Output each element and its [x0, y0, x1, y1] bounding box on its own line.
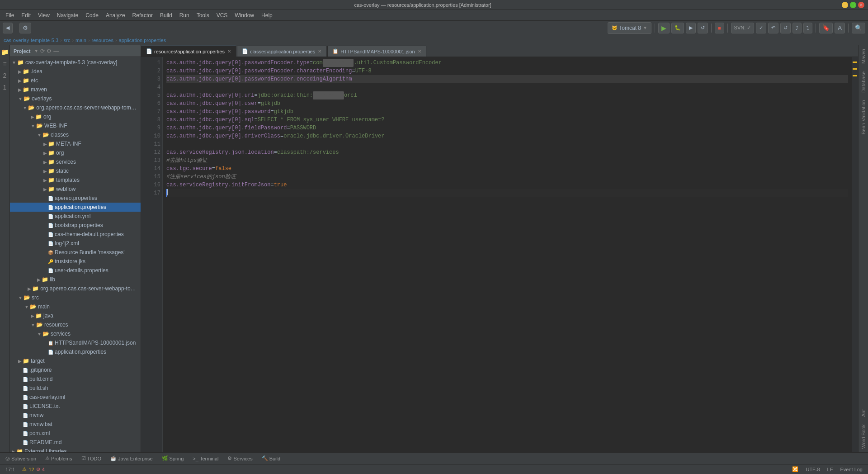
tree-item-38[interactable]: 📄LICENSE.txt	[10, 402, 141, 411]
tree-item-32[interactable]: 📄application.properties	[10, 347, 141, 356]
right-panel-maven[interactable]: Maven	[859, 45, 868, 67]
tree-item-26[interactable]: ▼📂src	[10, 293, 141, 302]
tree-item-1[interactable]: ▶📁.idea	[10, 67, 141, 76]
stop-button[interactable]: ■	[715, 23, 724, 33]
translate-button[interactable]: A	[835, 23, 845, 33]
sync-icon[interactable]: ⟳	[40, 48, 45, 54]
menu-tools[interactable]: Tools	[193, 11, 213, 19]
right-panel-database[interactable]: Database	[859, 68, 868, 96]
right-panel-ant[interactable]: Ant	[859, 406, 868, 421]
tab-close-2[interactable]: ✕	[318, 49, 321, 54]
menu-analyze[interactable]: Analyze	[102, 11, 129, 19]
tree-item-25[interactable]: ▶📁org.apereo.cas.cas-server-webapp-tomca…	[10, 284, 141, 293]
tab-application-properties[interactable]: 📄 resources\application.properties ✕	[141, 46, 236, 57]
tree-item-30[interactable]: ▼📂services	[10, 329, 141, 338]
status-svn[interactable]: 🔀	[790, 466, 800, 472]
tree-item-7[interactable]: ▼📂WEB-INF	[10, 121, 141, 130]
menu-help[interactable]: Help	[258, 11, 276, 19]
vcs-btn4[interactable]: ⤴	[793, 23, 802, 33]
vcs-btn5[interactable]: ⤵	[803, 23, 812, 33]
tab-json[interactable]: 📋 HTTPSandIMAPS-10000001.json ✕	[327, 46, 426, 57]
tree-item-5[interactable]: ▼📂org.apereo.cas.cas-server-webapp-tomca…	[10, 103, 141, 112]
tree-item-19[interactable]: 📄cas-theme-default.properties	[10, 230, 141, 239]
tree-item-20[interactable]: 📄log4j2.xml	[10, 239, 141, 248]
close-button[interactable]: ✕	[858, 2, 864, 8]
tree-item-29[interactable]: ▼📂resources	[10, 320, 141, 329]
left-icon-4[interactable]: 1	[2, 82, 8, 92]
project-dropdown-icon[interactable]: ▼	[34, 48, 38, 53]
tree-item-28[interactable]: ▶📁java	[10, 311, 141, 320]
tree-item-2[interactable]: ▶📁etc	[10, 76, 141, 85]
coverage-button[interactable]: ▶	[686, 23, 696, 33]
status-encoding[interactable]: UTF-8	[804, 467, 821, 472]
tree-item-42[interactable]: 📄README.md	[10, 438, 141, 447]
tab-close-1[interactable]: ✕	[227, 49, 231, 54]
status-event-log[interactable]: Event Log	[838, 467, 864, 472]
status-warnings[interactable]: ⚠ 12 ⊘ 4	[20, 466, 46, 472]
tomcat-selector[interactable]: 🐱 Tomcat 8 ▼	[608, 22, 651, 34]
tree-item-36[interactable]: 📄build.sh	[10, 384, 141, 393]
tree-item-37[interactable]: 📄cas-overlay.iml	[10, 393, 141, 402]
menu-run[interactable]: Run	[176, 11, 193, 19]
run-button[interactable]: ▶	[658, 23, 670, 33]
tree-item-21[interactable]: 📦Resource Bundle 'messages'	[10, 248, 141, 257]
tree-item-12[interactable]: ▶📁static	[10, 166, 141, 175]
tree-item-13[interactable]: ▶📁templates	[10, 175, 141, 185]
bottom-tab-todo[interactable]: ☑ TODO	[78, 454, 105, 463]
menu-vcs[interactable]: VCS	[213, 11, 231, 19]
menu-code[interactable]: Code	[82, 11, 102, 19]
bottom-tab-subversion[interactable]: ◎ Subversion	[2, 454, 40, 463]
tree-item-34[interactable]: 📄.gitignore	[10, 365, 141, 374]
tab-close-3[interactable]: ✕	[418, 49, 421, 54]
bottom-tab-problems[interactable]: ⚠ Problems	[42, 454, 75, 463]
right-panel-bean-validation[interactable]: Bean Validation	[859, 96, 868, 138]
breadcrumb-part-2[interactable]: src	[64, 38, 71, 43]
tab-classes-application-properties[interactable]: 📄 classes\application.properties ✕	[237, 46, 326, 57]
tree-item-23[interactable]: 📄user-details.properties	[10, 266, 141, 275]
tree-item-33[interactable]: ▶📁target	[10, 356, 141, 365]
breadcrumb-part-1[interactable]: cas-overlay-template-5.3	[4, 38, 58, 43]
tree-item-31[interactable]: 📋HTTPSandIMAPS-10000001.json	[10, 338, 141, 347]
tree-item-15[interactable]: 📄apereo.properties	[10, 194, 141, 203]
bookmark-button[interactable]: 🔖	[819, 23, 833, 33]
menu-view[interactable]: View	[34, 11, 53, 19]
tree-item-22[interactable]: 🔑truststore.jks	[10, 257, 141, 266]
minimize-button[interactable]: —	[842, 2, 848, 8]
tree-item-10[interactable]: ▶📁org	[10, 148, 141, 157]
status-line-ending[interactable]: LF	[826, 467, 835, 472]
bottom-tab-java-enterprise[interactable]: ☕ Java Enterprise	[107, 454, 156, 463]
tree-item-9[interactable]: ▶📁META-INF	[10, 139, 141, 148]
left-icon-3[interactable]: 2	[2, 71, 8, 81]
tree-item-41[interactable]: 📄pom.xml	[10, 429, 141, 438]
tree-item-16[interactable]: 📄application.properties	[10, 203, 141, 212]
left-icon-2[interactable]: ≡	[1, 59, 8, 69]
menu-window[interactable]: Window	[231, 11, 258, 19]
tree-item-11[interactable]: ▶📁services	[10, 157, 141, 166]
search-button[interactable]: 🔍	[852, 23, 865, 33]
tree-item-39[interactable]: 📄mvnw	[10, 411, 141, 420]
status-position[interactable]: 17:1	[4, 467, 17, 472]
collapse-icon[interactable]: —	[53, 48, 59, 54]
breadcrumb-part-4[interactable]: resources	[92, 38, 113, 43]
tree-item-35[interactable]: 📄build.cmd	[10, 374, 141, 384]
maximize-button[interactable]: □	[850, 2, 856, 8]
tree-item-17[interactable]: 📄application.yml	[10, 212, 141, 221]
tree-item-6[interactable]: ▶📁org	[10, 112, 141, 121]
vcs-revert-button[interactable]: ↶	[768, 23, 778, 33]
tree-item-3[interactable]: ▶📁maven	[10, 85, 141, 94]
bottom-tab-build[interactable]: 🔨 Build	[258, 454, 284, 463]
debug-button[interactable]: 🐛	[671, 23, 684, 33]
vcs-commit-button[interactable]: ✓	[756, 23, 766, 33]
code-editor[interactable]: cas.authn.jdbc.query[0].passwordEncoder.…	[163, 57, 852, 452]
bottom-tab-terminal[interactable]: >_ Terminal	[189, 454, 222, 463]
toolbar-settings-btn[interactable]: ⚙	[19, 23, 31, 33]
menu-build[interactable]: Build	[156, 11, 176, 19]
bottom-tab-spring[interactable]: 🌿 Spring	[158, 454, 188, 463]
bottom-tab-services[interactable]: ⚙ Services	[224, 454, 256, 463]
vcs-update-button[interactable]: SVN: ✓	[731, 23, 755, 33]
menu-navigate[interactable]: Navigate	[53, 11, 82, 19]
left-icon-1[interactable]: 📁	[0, 47, 10, 57]
tree-item-24[interactable]: ▶📁lib	[10, 275, 141, 284]
tree-item-43[interactable]: ▶📁External Libraries	[10, 447, 141, 452]
tree-item-8[interactable]: ▼📂classes	[10, 130, 141, 139]
